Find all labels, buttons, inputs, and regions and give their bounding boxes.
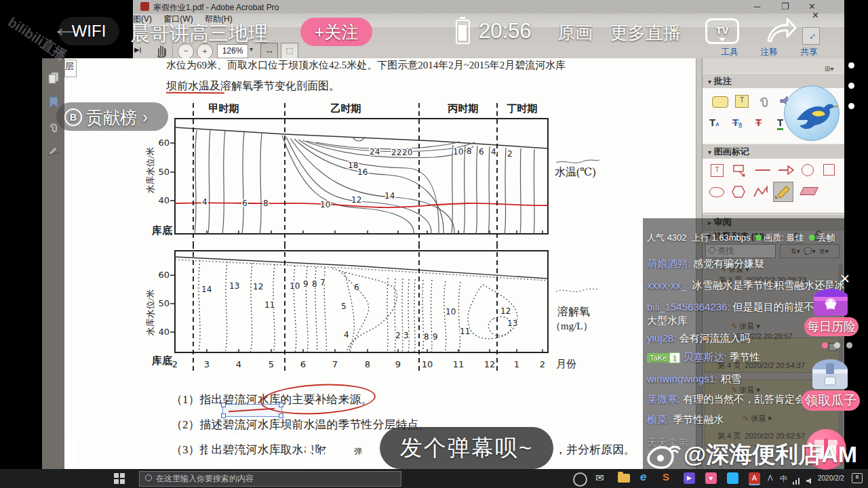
contribution-rank-button[interactable]: B贡献榜› bbox=[56, 102, 168, 131]
quality-button[interactable]: 原画 bbox=[557, 21, 593, 45]
bookmarks-icon[interactable] bbox=[48, 96, 59, 111]
drawing-tools-box: T bbox=[703, 159, 844, 214]
mail-icon[interactable]: ✉ bbox=[595, 472, 604, 484]
pdf-text-line1: 水位为69米、而取水口位于坝顶水位42.5米处。下图示意2014年2月~2015… bbox=[166, 59, 615, 72]
chat-message: 萌娘酒朔: 感觉有骗分嫌疑 bbox=[647, 258, 845, 269]
svg-text:12: 12 bbox=[484, 359, 496, 369]
window-title: 寒假作业1.pdf - Adobe Acrobat Pro bbox=[153, 2, 279, 14]
svg-text:9: 9 bbox=[395, 359, 401, 369]
action-center-icon[interactable]: 8 bbox=[852, 473, 863, 483]
pencil-tool-selected[interactable] bbox=[773, 182, 793, 202]
panel-options-icon[interactable]: ⊞▾ bbox=[825, 65, 833, 73]
taskbar-clock[interactable]: 2020/2/2 bbox=[818, 474, 844, 482]
restore-button[interactable]: ❐ bbox=[781, 1, 789, 12]
toolbar-close-icon[interactable]: ✕ bbox=[812, 10, 819, 20]
text-note-icon[interactable]: T bbox=[735, 95, 749, 108]
selected-annotation-box[interactable] bbox=[222, 404, 282, 417]
chat-overlay: 人气 4302 上行 1.63mbps 画质: 最佳 丢帧 萌娘酒朔: 感觉有骗… bbox=[643, 218, 844, 469]
svg-text:14: 14 bbox=[201, 285, 212, 294]
svg-text:3: 3 bbox=[403, 331, 409, 340]
svg-text:3: 3 bbox=[204, 359, 210, 369]
fit-page-button[interactable]: ⬚ bbox=[281, 43, 298, 60]
start-button[interactable] bbox=[114, 473, 125, 487]
signature-icon[interactable] bbox=[47, 144, 60, 159]
chart2-bottom-label: 库底 bbox=[152, 354, 172, 367]
pdf-text-line2: 坝前水温及溶解氧季节变化剖面图。 bbox=[166, 79, 340, 94]
tv-cast-icon[interactable]: TV bbox=[705, 18, 739, 44]
bilibili-app-icon[interactable] bbox=[727, 472, 738, 484]
svg-text:7: 7 bbox=[320, 278, 326, 287]
menu-dot[interactable] bbox=[848, 83, 854, 89]
weibo-watermark: @深海便利店AM bbox=[646, 439, 857, 470]
follow-button[interactable]: +关注 bbox=[300, 18, 372, 46]
sticky-note-icon[interactable] bbox=[712, 96, 728, 108]
share-icon[interactable] bbox=[763, 15, 798, 46]
insert-text-icon[interactable]: Tᴧ bbox=[709, 117, 719, 128]
oval-tool-icon[interactable] bbox=[802, 164, 814, 176]
water-temp-and-oxygen-charts: 甲时期乙时期丙时期丁时期6050404681012141618242220108… bbox=[149, 100, 617, 380]
page-edge-fragment: 层 bbox=[64, 60, 77, 77]
attach-file-icon[interactable] bbox=[757, 94, 770, 111]
file-explorer-icon[interactable] bbox=[618, 474, 630, 483]
fan-badge: TaKe bbox=[647, 353, 669, 363]
minimize-button[interactable]: ─ bbox=[754, 1, 760, 12]
svg-text:10: 10 bbox=[422, 359, 433, 369]
eraser-tool-icon[interactable] bbox=[800, 187, 818, 195]
replace-text-icon[interactable]: Tᴧ bbox=[732, 117, 742, 128]
chart2-legend-line2: （mg/L） bbox=[551, 320, 593, 333]
video-app-icon[interactable]: ▶ bbox=[684, 472, 695, 484]
strikethrough-icon[interactable]: T bbox=[755, 117, 762, 128]
menu-dot[interactable] bbox=[848, 103, 854, 109]
rectangle-tool-icon[interactable] bbox=[823, 164, 835, 176]
svg-text:12: 12 bbox=[351, 195, 361, 205]
tab-share[interactable]: 共享 bbox=[800, 46, 818, 58]
cortana-icon[interactable] bbox=[573, 472, 587, 487]
taskbar-search-input[interactable]: 在这里输入你要搜索的内容 bbox=[139, 471, 401, 487]
effects-off-icon[interactable] bbox=[297, 431, 335, 472]
daily-adventure-label[interactable]: 每日历险 bbox=[804, 317, 859, 336]
svg-text:2: 2 bbox=[540, 359, 545, 369]
ime-indicator[interactable]: 中 bbox=[780, 474, 787, 484]
drawing-markups-header[interactable]: ▾ 图画标记 bbox=[703, 144, 844, 160]
tray-expand-icon[interactable]: ᐱ bbox=[768, 474, 773, 483]
svg-text:8: 8 bbox=[365, 359, 370, 369]
svg-text:16: 16 bbox=[357, 167, 368, 177]
svg-text:乙时期: 乙时期 bbox=[331, 103, 361, 114]
svg-text:9: 9 bbox=[303, 279, 309, 289]
polyline-tool-icon[interactable] bbox=[753, 184, 769, 202]
svg-text:10: 10 bbox=[446, 307, 456, 317]
callout-tool-icon[interactable] bbox=[732, 164, 747, 180]
page-thumbnails-icon[interactable] bbox=[47, 72, 60, 87]
volume-icon[interactable] bbox=[806, 475, 814, 487]
acrobat-taskbar-icon[interactable]: A bbox=[749, 472, 760, 485]
svg-text:8: 8 bbox=[312, 279, 317, 289]
tab-tools[interactable]: 工具 bbox=[721, 46, 738, 58]
arrow-tool-icon[interactable] bbox=[777, 164, 795, 179]
svg-text:12: 12 bbox=[500, 306, 511, 316]
acrobat-titlebar: 寒假作业1.pdf - Adobe Acrobat Pro ─ ❐ ✕ bbox=[42, 0, 844, 14]
cloud-tool-icon[interactable] bbox=[709, 187, 724, 197]
polygon-tool-icon[interactable] bbox=[731, 184, 746, 202]
svg-text:8: 8 bbox=[263, 199, 269, 208]
tab-comment[interactable]: 注释 bbox=[760, 46, 778, 58]
svg-text:50: 50 bbox=[158, 167, 170, 177]
textbox-tool-icon[interactable]: T bbox=[711, 164, 724, 177]
expand-toolbar-icon[interactable]: ↔ bbox=[802, 27, 820, 45]
screen: 寒假作业1.pdf - Adobe Acrobat Pro ─ ❐ ✕ 文件(F… bbox=[0, 0, 868, 488]
stream-stats: 人气 4302 上行 1.63mbps 画质: 最佳 丢帧 bbox=[647, 232, 835, 244]
network-icon[interactable] bbox=[792, 475, 802, 487]
refresh-button[interactable] bbox=[203, 430, 245, 474]
underline-icon[interactable]: T bbox=[777, 117, 783, 130]
danmaku-input[interactable]: 发个弹幕呗~ bbox=[380, 427, 553, 469]
more-streams-button[interactable]: 更多直播 bbox=[610, 21, 681, 45]
chart2-legend-line1: 溶解氧 bbox=[557, 305, 590, 319]
svg-text:40: 40 bbox=[158, 327, 170, 337]
menu-dot[interactable] bbox=[848, 62, 854, 68]
seeds-claim-label[interactable]: 领取瓜子 bbox=[802, 390, 860, 411]
svg-text:丁时期: 丁时期 bbox=[507, 103, 538, 114]
danmaku-off-icon[interactable]: 弹 bbox=[340, 431, 378, 472]
daily-adventure-chest[interactable] bbox=[808, 279, 853, 319]
line-tool-icon[interactable] bbox=[755, 169, 770, 171]
pink-app-icon[interactable]: ♥ bbox=[705, 472, 717, 484]
seeds-chest[interactable] bbox=[807, 350, 853, 392]
